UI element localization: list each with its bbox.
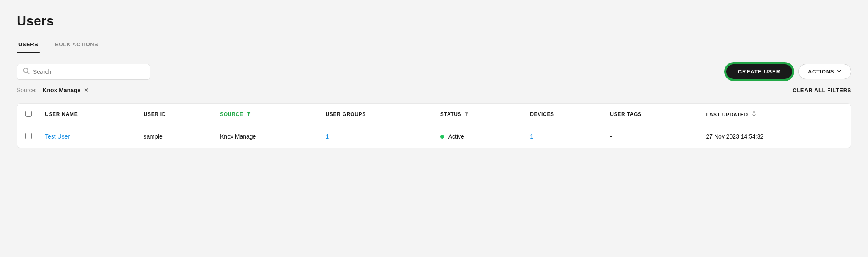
- th-username: USER NAME: [38, 104, 137, 125]
- chevron-down-icon: [837, 68, 842, 75]
- status-filter-icon: [465, 112, 469, 116]
- svg-line-1: [28, 72, 29, 73]
- filter-source-close[interactable]: ✕: [84, 87, 89, 93]
- tab-bulk-actions[interactable]: BULK ACTIONS: [53, 37, 100, 53]
- row-usergroups: 1: [319, 125, 433, 148]
- status-active-dot: [440, 135, 444, 139]
- search-input[interactable]: [33, 68, 144, 75]
- svg-marker-3: [465, 112, 469, 116]
- username-link[interactable]: Test User: [45, 133, 70, 140]
- th-lastupdated[interactable]: LAST UPDATED: [700, 104, 851, 125]
- filter-source-label: Source:: [17, 87, 37, 93]
- lastupdated-sort-icon: [751, 111, 757, 116]
- row-status: Active: [434, 125, 523, 148]
- filter-source: Source: Knox Manage ✕: [17, 87, 89, 93]
- page-title: Users: [17, 13, 851, 29]
- create-user-button[interactable]: CREATE USER: [725, 63, 793, 80]
- page-container: Users USERS BULK ACTIONS CREATE USER ACT…: [0, 0, 868, 148]
- row-userid: sample: [137, 125, 213, 148]
- row-checkbox[interactable]: [25, 133, 32, 139]
- row-devices: 1: [523, 125, 603, 148]
- select-all-checkbox[interactable]: [25, 111, 32, 117]
- filter-source-value: Knox Manage: [43, 87, 80, 93]
- row-lastupdated: 27 Nov 2023 14:54:32: [700, 125, 851, 148]
- tabs-bar: USERS BULK ACTIONS: [17, 37, 851, 53]
- th-usergroups: USER GROUPS: [319, 104, 433, 125]
- source-filter-icon: [247, 112, 251, 116]
- table-row: Test User sample Knox Manage 1 Active 1 …: [17, 125, 851, 148]
- table-header-row: USER NAME USER ID SOURCE: [17, 104, 851, 125]
- actions-button[interactable]: ACTIONS: [798, 64, 851, 79]
- filter-bar: Source: Knox Manage ✕ CLEAR ALL FILTERS: [17, 87, 851, 93]
- th-devices: DEVICES: [523, 104, 603, 125]
- users-table: USER NAME USER ID SOURCE: [17, 104, 851, 148]
- toolbar: CREATE USER ACTIONS: [17, 63, 851, 80]
- th-status[interactable]: STATUS: [434, 104, 523, 125]
- th-checkbox: [17, 104, 38, 125]
- tab-users[interactable]: USERS: [17, 37, 40, 53]
- th-source[interactable]: SOURCE: [213, 104, 319, 125]
- clear-all-filters-button[interactable]: CLEAR ALL FILTERS: [793, 87, 851, 93]
- row-username: Test User: [38, 125, 137, 148]
- row-usertags: -: [603, 125, 699, 148]
- search-wrapper[interactable]: [17, 64, 150, 80]
- svg-marker-2: [247, 112, 251, 116]
- status-label: Active: [448, 134, 464, 140]
- row-checkbox-cell: [17, 125, 38, 148]
- search-icon: [23, 68, 30, 76]
- th-usertags: USER TAGS: [603, 104, 699, 125]
- devices-link[interactable]: 1: [530, 133, 533, 140]
- table-body: Test User sample Knox Manage 1 Active 1 …: [17, 125, 851, 148]
- row-source: Knox Manage: [213, 125, 319, 148]
- usergroups-link[interactable]: 1: [325, 133, 329, 140]
- th-userid: USER ID: [137, 104, 213, 125]
- toolbar-right: CREATE USER ACTIONS: [725, 63, 851, 80]
- table-container: USER NAME USER ID SOURCE: [17, 103, 851, 148]
